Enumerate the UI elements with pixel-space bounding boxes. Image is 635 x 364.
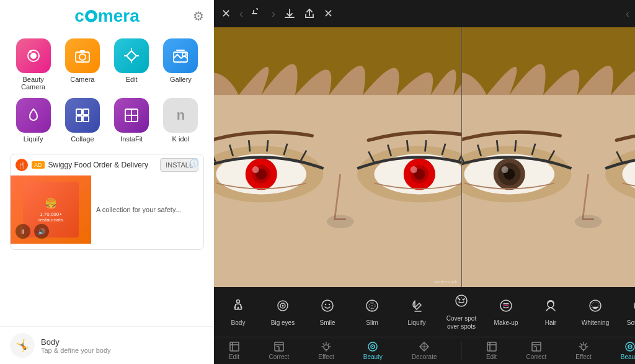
svg-point-88 — [325, 303, 326, 304]
tab-effect-label-right: Effect — [575, 353, 591, 360]
svg-point-99 — [461, 297, 462, 298]
app-item-camera[interactable]: Camera — [61, 38, 103, 91]
instafit-label: InstaFit — [120, 135, 143, 143]
svg-point-63 — [501, 166, 508, 173]
tool-big-eyes-label: Big eyes — [271, 319, 295, 326]
mute-button[interactable]: 🔊 — [34, 224, 49, 239]
tab-correct-right[interactable]: Correct — [522, 339, 552, 363]
tool-hair-icon — [543, 298, 558, 317]
svg-line-38 — [267, 140, 268, 151]
svg-point-98 — [464, 298, 465, 300]
tab-effect-label-left: Effect — [318, 353, 334, 360]
tab-edit-left[interactable]: Edit — [224, 339, 245, 363]
svg-point-4 — [79, 54, 86, 60]
tool-liquify[interactable]: Liquify — [395, 295, 438, 330]
forward-button[interactable]: › — [272, 7, 275, 20]
right-back-button[interactable]: ‹ — [626, 7, 629, 20]
ad-header: 🍴 AD Swiggy Food Order & Delivery INSTAL… — [11, 154, 203, 175]
tab-beauty-label-left: Beauty — [363, 353, 383, 360]
svg-line-119 — [323, 344, 324, 345]
tools-bar: Body Big eyes Smi — [214, 287, 635, 337]
tool-softening[interactable]: Softening — [618, 295, 635, 330]
svg-point-140 — [581, 345, 586, 350]
tool-makeup[interactable]: Make-up — [484, 295, 528, 330]
tab-correct-left[interactable]: Correct — [264, 339, 295, 363]
app-header: cmera ⚙ — [0, 0, 214, 32]
app-grid: BeautyCamera Camera — [0, 32, 214, 149]
svg-point-33 — [246, 158, 277, 190]
pause-button[interactable]: ⏸ — [16, 224, 30, 239]
ad-badge: AD — [32, 161, 45, 169]
tool-whitening-icon — [588, 298, 603, 317]
svg-point-34 — [252, 166, 259, 173]
tool-cover-spots[interactable]: Cover spotover spots — [440, 290, 483, 334]
share-button-left[interactable] — [304, 8, 315, 19]
svg-point-54 — [327, 215, 354, 228]
tool-smile[interactable]: Smile — [306, 295, 349, 330]
app-item-beauty-camera[interactable]: BeautyCamera — [12, 38, 54, 91]
ad-info-icon[interactable]: ⓘ — [190, 158, 198, 169]
app-item-gallery[interactable]: Gallery — [160, 38, 202, 91]
ad-content: 🍔 1,70,000+ restaurants ⏸ 🔊 A collection… — [11, 175, 203, 244]
tool-hair[interactable]: Hair — [529, 295, 572, 330]
instafit-icon — [114, 98, 149, 133]
gallery-label: Gallery — [170, 76, 192, 83]
app-item-edit[interactable]: Edit — [111, 38, 153, 91]
image-left: watermark — [214, 27, 461, 287]
svg-point-87 — [322, 300, 333, 311]
delete-button[interactable]: ✕ — [324, 7, 333, 20]
undo-button[interactable] — [252, 8, 263, 19]
svg-rect-15 — [83, 116, 89, 122]
app-item-liquify[interactable]: Liquify — [12, 98, 54, 143]
tool-cover-spots-label: Cover spotover spots — [446, 314, 476, 331]
tool-hair-label: Hair — [545, 319, 556, 326]
correct-tab-icon-right — [531, 341, 542, 352]
tool-liquify-icon — [409, 298, 424, 317]
tab-correct-label-left: Correct — [269, 353, 290, 360]
svg-line-67 — [515, 140, 516, 151]
svg-point-82 — [574, 215, 602, 228]
tool-whitening[interactable]: Whitening — [574, 295, 617, 330]
tab-beauty-left[interactable]: Beauty — [358, 339, 388, 363]
download-button[interactable] — [284, 8, 295, 19]
tab-beauty-label-right: Beauty — [621, 353, 635, 360]
svg-point-47 — [411, 166, 417, 173]
tool-smile-icon — [320, 298, 335, 317]
tab-effect-right[interactable]: Effect — [571, 339, 596, 363]
svg-point-97 — [458, 298, 459, 299]
app-item-kidol[interactable]: n K idol — [160, 98, 202, 143]
kidol-label: K idol — [172, 135, 190, 143]
app-item-instafit[interactable]: InstaFit — [111, 98, 153, 143]
close-button[interactable]: ✕ — [221, 7, 231, 20]
svg-point-121 — [324, 345, 329, 350]
tab-correct-label-right: Correct — [526, 353, 547, 360]
svg-point-83 — [237, 300, 240, 303]
logo-camera-icon — [85, 10, 97, 22]
bottom-feature-body[interactable]: 🤸 Body Tap & define your body — [0, 326, 214, 364]
app-item-collage[interactable]: Collage — [61, 98, 103, 143]
back-button[interactable]: ‹ — [239, 7, 243, 20]
svg-rect-13 — [83, 109, 89, 115]
effect-tab-icon-left — [321, 341, 332, 352]
body-feature-sublabel: Tap & define your body — [41, 347, 111, 354]
tool-makeup-label: Make-up — [494, 319, 518, 326]
left-panel: cmera ⚙ BeautyCamera — [0, 0, 214, 364]
body-feature-label: Body — [41, 337, 111, 347]
tool-liquify-label: Liquify — [408, 319, 426, 326]
tool-slim[interactable]: Slim — [350, 295, 394, 330]
liquify-icon — [16, 98, 51, 133]
svg-point-86 — [282, 304, 284, 306]
settings-button[interactable]: ⚙ — [193, 9, 204, 24]
tool-big-eyes[interactable]: Big eyes — [261, 295, 304, 330]
tab-decorate-left[interactable]: Decorate — [407, 339, 442, 363]
tab-beauty-right[interactable]: Beauty — [616, 339, 635, 363]
tool-body[interactable]: Body — [216, 295, 260, 330]
toolbar-right-group: ‹ › — [626, 7, 635, 20]
tab-edit-right[interactable]: Edit — [481, 339, 502, 363]
tab-edit-label-left: Edit — [229, 353, 239, 360]
tab-edit-label-right: Edit — [486, 353, 497, 360]
svg-point-125 — [372, 346, 373, 347]
camera-app-icon — [65, 38, 100, 73]
tab-effect-left[interactable]: Effect — [313, 339, 339, 363]
tool-smile-label: Smile — [319, 319, 335, 326]
